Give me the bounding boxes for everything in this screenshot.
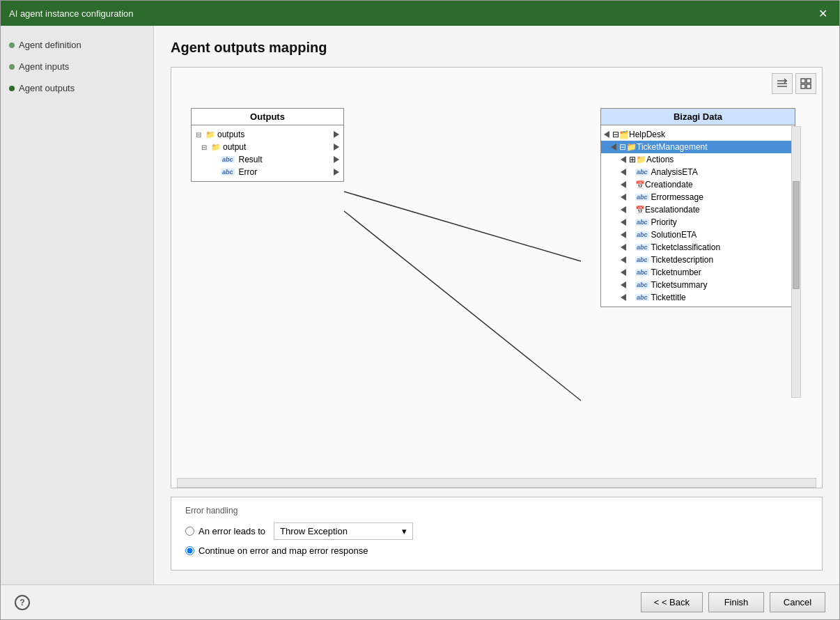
main-content: Agent outputs mapping (154, 26, 839, 584)
connector-left (621, 219, 626, 226)
bizagi-panel-header: Bizagi Data (601, 109, 795, 125)
radio-group-2: Continue on error and map error response (185, 545, 368, 556)
sidebar-item-agent-outputs[interactable]: Agent outputs (9, 83, 145, 93)
abc-icon: abc (635, 231, 649, 238)
back-button[interactable]: < < Back (641, 592, 703, 612)
bizagi-panel-body: ⊟ 🗂️ HelpDesk ⊟ 📁 TicketManagement (601, 125, 795, 307)
outputs-panel-header: Outputs (192, 109, 343, 125)
connector-left (621, 169, 626, 176)
svg-line-7 (344, 192, 581, 261)
abc-icon: abc (635, 294, 649, 301)
expand-icon[interactable]: ⊟ (196, 131, 204, 139)
throw-exception-value: Throw Exception (280, 526, 348, 536)
connector-right (334, 169, 339, 176)
folder-icon: 📁 (626, 142, 637, 152)
vertical-scrollbar[interactable] (791, 126, 801, 398)
sidebar-item-agent-definition[interactable]: Agent definition (9, 40, 145, 50)
bizagi-tree-row: ⊞ 📁 Actions (601, 153, 795, 166)
connector-left (621, 244, 626, 251)
bizagi-tree-row: ⊟ 🗂️ HelpDesk (601, 128, 795, 141)
radio-error-leads-to-label: An error leads to (199, 526, 265, 536)
calendar-icon: 📅 (635, 180, 645, 189)
bizagi-item-label: Tickettitle (651, 293, 686, 302)
abc-icon: abc (635, 169, 649, 176)
layout-button[interactable] (795, 73, 816, 94)
abc-icon: abc (635, 219, 649, 226)
help-button[interactable]: ? (15, 595, 30, 610)
sidebar-item-label: Agent definition (19, 40, 81, 50)
expand-icon[interactable]: ⊟ (612, 130, 619, 139)
bizagi-tree-row: ▷ abc Errormessage (601, 191, 795, 203)
connector-left (621, 156, 626, 163)
folder-icon: 📁 (211, 143, 221, 152)
radio-error-leads-to[interactable] (185, 527, 194, 536)
svg-rect-6 (807, 84, 811, 88)
dialog-body: Agent definition Agent inputs Agent outp… (1, 26, 839, 584)
bizagi-tree-row: ▷ abc Ticketnumber (601, 266, 795, 279)
tree-item-label: Error (239, 167, 258, 177)
abc-icon: abc (221, 169, 235, 176)
connector-right (334, 131, 339, 138)
mapping-toolbar (772, 73, 816, 94)
bizagi-item-label: Ticketsummary (651, 280, 708, 290)
svg-rect-5 (801, 84, 805, 88)
dialog-title: AI agent instance configuration (9, 8, 134, 19)
svg-line-8 (344, 211, 581, 401)
expand-icon[interactable]: ⊟ (201, 144, 210, 151)
sidebar-item-agent-inputs[interactable]: Agent inputs (9, 61, 145, 72)
abc-icon: abc (635, 244, 649, 251)
tree-row: ▷ abc Error (192, 166, 343, 178)
horizontal-scrollbar[interactable] (177, 478, 816, 488)
outputs-panel-body: ⊟ 📁 outputs ⊟ 📁 output (192, 125, 343, 181)
connector-left (621, 281, 626, 288)
abc-icon: abc (221, 156, 235, 163)
scroll-thumb (793, 181, 800, 289)
abc-icon: abc (635, 269, 649, 276)
bizagi-tree-row: ▷ abc Ticketclassification (601, 241, 795, 254)
cancel-button[interactable]: Cancel (770, 592, 825, 612)
outputs-panel: Outputs ⊟ 📁 outputs ⊟ (191, 108, 344, 182)
finish-button[interactable]: Finish (708, 592, 764, 612)
bizagi-item-label: AnalysisETA (651, 167, 698, 177)
bizagi-item-label: Escalationdate (645, 205, 700, 215)
title-bar: AI agent instance configuration ✕ (1, 1, 839, 26)
error-row-1: An error leads to Throw Exception ▾ (185, 522, 808, 540)
calendar-icon: 📅 (635, 206, 645, 215)
connector-right (334, 156, 339, 163)
expand-icon[interactable]: ⊟ (619, 142, 626, 152)
tree-row: ▷ abc Result (192, 153, 343, 166)
svg-rect-4 (807, 79, 811, 83)
bizagi-item-label: SolutionETA (651, 230, 697, 240)
bizagi-tree-row: ▷ abc AnalysisETA (601, 166, 795, 178)
auto-map-button[interactable] (772, 73, 793, 94)
folder-icon: 📁 (636, 155, 646, 164)
bizagi-item-label: Errormessage (651, 192, 703, 202)
sidebar-item-label: Agent outputs (19, 83, 75, 93)
connector-left (621, 256, 626, 263)
radio-group-1: An error leads to (185, 526, 265, 536)
bizagi-tree-row: ▷ 📅 Creationdate (601, 178, 795, 191)
bizagi-item-label: Ticketdescription (651, 255, 714, 265)
tree-item-label: Result (239, 155, 263, 164)
expand-icon[interactable]: ⊞ (629, 155, 636, 164)
connector-left (621, 194, 626, 201)
bizagi-tree-row: ▷ abc SolutionETA (601, 228, 795, 241)
bizagi-tree-row-selected[interactable]: ⊟ 📁 TicketManagement (601, 141, 795, 153)
connector-right (334, 144, 339, 150)
page-title: Agent outputs mapping (171, 40, 823, 56)
abc-icon: abc (635, 281, 649, 288)
throw-exception-select[interactable]: Throw Exception ▾ (274, 522, 413, 540)
error-handling-section: Error handling An error leads to Throw E… (171, 497, 823, 571)
dialog: AI agent instance configuration ✕ Agent … (0, 0, 840, 620)
chevron-down-icon: ▾ (402, 526, 407, 536)
tree-item-label: outputs (217, 130, 244, 139)
sidebar-dot (9, 86, 15, 91)
radio-continue-on-error[interactable] (185, 546, 194, 555)
error-row-2: Continue on error and map error response (185, 545, 808, 556)
connector-left (621, 294, 626, 301)
bizagi-tree-row: ▷ 📅 Escalationdate (601, 203, 795, 216)
close-button[interactable]: ✕ (814, 5, 831, 22)
mapping-area: Outputs ⊟ 📁 outputs ⊟ (171, 67, 823, 488)
bizagi-item-label: HelpDesk (629, 130, 665, 139)
connector-left (621, 181, 626, 188)
